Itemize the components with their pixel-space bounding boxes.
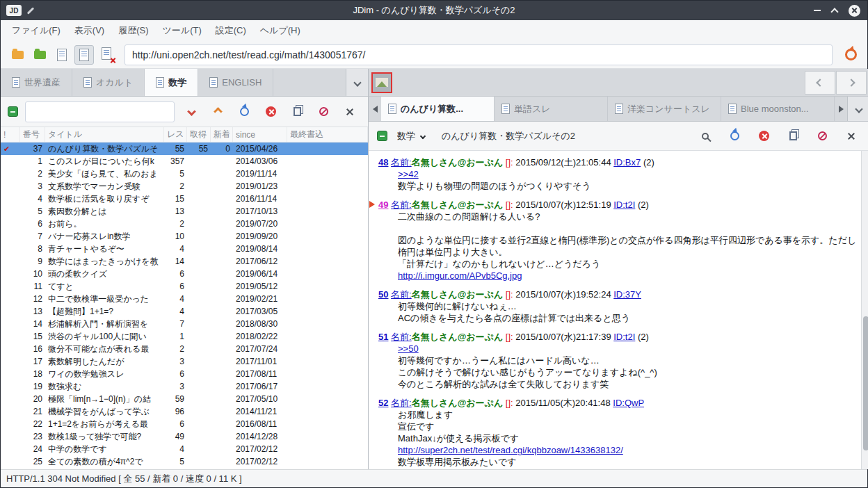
post-name-label[interactable]: 名前: — [391, 332, 412, 342]
reload-thread-button[interactable] — [725, 127, 744, 146]
thread-list-row[interactable]: 12中二で数検準一級受かった42019/02/21 — [1, 293, 368, 305]
image-tab[interactable] — [371, 72, 392, 93]
thread-list-row[interactable]: 19数強求む32017/06/17 — [1, 380, 368, 393]
column-header[interactable]: 最終書込 — [287, 127, 368, 142]
thread-list-row[interactable]: 16微分不可能な点が表れる最22017/07/24 — [1, 343, 368, 355]
board-select[interactable]: 数学 — [393, 127, 429, 145]
post-number-link[interactable]: 49 — [378, 200, 388, 210]
thread-list-row[interactable]: 18ワイの数学勉強スレ62017/08/11 — [1, 368, 368, 380]
close-tab-button[interactable] — [842, 127, 861, 146]
copy-button[interactable] — [287, 102, 307, 122]
thread-list-row[interactable]: 9数学にはまったきっかけを教142017/06/12 — [1, 255, 368, 268]
post-name-label[interactable]: 名前: — [391, 200, 412, 210]
thread-list-row[interactable]: 8青チャートやるぞ〜42019/08/14 — [1, 243, 368, 255]
reload-url-button[interactable] — [841, 45, 860, 65]
thread-list-row[interactable]: 11てすと62019/05/12 — [1, 280, 368, 293]
search-prev-button[interactable] — [208, 102, 227, 122]
thread-list-row[interactable]: 10頭の柔軟クイズ62019/06/14 — [1, 268, 368, 280]
post-name-label[interactable]: 名前: — [391, 289, 412, 300]
abone-button[interactable] — [812, 127, 832, 146]
thread-list-row[interactable]: 14杉浦解析入門・解析演習を72018/08/30 — [1, 318, 368, 330]
post-id-link[interactable]: ID:37Y — [613, 289, 641, 300]
maximize-icon[interactable] — [830, 8, 838, 15]
menu-item[interactable]: ツール(T) — [156, 22, 209, 40]
board-list-button[interactable] — [8, 45, 27, 65]
post-number-link[interactable]: 51 — [378, 332, 388, 342]
post-name-label[interactable]: 名前: — [391, 398, 412, 408]
thread-list-row[interactable]: 13【超難問】1+1=?42017/03/05 — [1, 305, 368, 318]
thread-list-row[interactable]: 5素因数分解とは132017/10/13 — [1, 205, 368, 218]
thread-list-row[interactable]: 15渋谷のギャル100人に聞い12018/02/22 — [1, 330, 368, 343]
favorites-button[interactable] — [30, 45, 49, 65]
thread-tab[interactable]: のんびり算数... — [381, 97, 495, 121]
thread-list-row[interactable]: 7バナー応募スレin数学102019/09/20 — [1, 230, 368, 243]
thread-list-row[interactable]: 21機械学習をがんばって学ぶ962014/11/21 — [1, 405, 368, 418]
menu-item[interactable]: 表示(V) — [67, 22, 111, 40]
thread-list-row[interactable]: ✔37のんびり算数・数学パズルそ555502015/04/26 — [1, 143, 368, 155]
copy-button[interactable] — [783, 127, 803, 146]
column-header[interactable]: 取得 — [187, 127, 211, 142]
post-link[interactable]: >>50 — [398, 343, 419, 354]
post-number-link[interactable]: 50 — [378, 289, 388, 300]
vertical-scrollbar[interactable] — [861, 151, 868, 469]
thread-list-row[interactable]: 1このスレが目についたら何k3572014/03/06 — [1, 155, 368, 168]
search-next-button[interactable] — [182, 102, 201, 122]
thread-list-row[interactable]: 3文系数学でマーカン受験22019/01/23 — [1, 180, 368, 193]
thread-list-row[interactable]: 17素数解明したんだが32017/11/01 — [1, 355, 368, 368]
post-link[interactable]: http://i.imgur.com/APvb5Cg.jpg — [398, 270, 522, 281]
thread-tab-dropdown-button[interactable] — [847, 97, 868, 121]
menu-item[interactable]: ファイル(F) — [5, 22, 67, 40]
thread-tab[interactable]: Blue moonston... — [721, 97, 835, 121]
thread-search-input[interactable] — [25, 101, 175, 122]
close-tab-button[interactable] — [340, 102, 360, 122]
column-header[interactable]: タイトル — [45, 127, 164, 142]
thread-list-row[interactable]: 6お前ら。22019/07/20 — [1, 218, 368, 230]
thread-list-row[interactable]: 4数学板に活気を取り戻すぞ152016/11/14 — [1, 193, 368, 205]
thread-tab[interactable]: 洋楽コンサートスレ — [608, 97, 721, 121]
post-link[interactable]: http://super2ch.net/test/read.cgi/kqbbzo… — [398, 445, 623, 455]
board-tab[interactable]: オカルト — [72, 69, 145, 96]
scroll-tabs-left-button[interactable] — [369, 97, 381, 121]
post-link[interactable]: >>42 — [398, 169, 419, 179]
stop-button[interactable] — [754, 127, 773, 146]
forward-button[interactable] — [836, 71, 867, 95]
post-id-link[interactable]: ID:Bx7 — [613, 157, 641, 168]
post-name-label[interactable]: 名前: — [391, 157, 412, 168]
thread-list-row[interactable]: 23数検1級って独学で可能?492014/12/28 — [1, 430, 368, 443]
post-id-link[interactable]: ID:QwP — [613, 398, 644, 408]
thread-list-row[interactable]: 221+1=2をお前らが考える最62016/08/11 — [1, 418, 368, 430]
thread-list-row[interactable]: 25全ての素数の積が4π^2で52017/02/12 — [1, 455, 368, 468]
board-tab[interactable]: ENGLISH — [198, 69, 273, 96]
close-icon[interactable] — [849, 5, 860, 17]
abone-button[interactable] — [314, 102, 333, 122]
column-header[interactable]: since — [233, 127, 287, 142]
board-tab[interactable]: 数学 — [145, 69, 198, 96]
column-header[interactable]: 新着 — [211, 127, 233, 142]
board-tab[interactable]: 世界遺産 — [1, 69, 72, 96]
reload-list-button[interactable] — [234, 102, 254, 122]
search-in-thread-button[interactable] — [696, 127, 715, 146]
scroll-tabs-right-button[interactable] — [835, 97, 847, 121]
url-input[interactable] — [124, 44, 833, 65]
scrollbar-thumb[interactable] — [863, 316, 868, 450]
post-id-link[interactable]: ID:t2I — [613, 200, 635, 210]
back-button[interactable] — [805, 71, 835, 95]
column-header[interactable]: レス — [164, 127, 187, 142]
image-view-button[interactable] — [97, 45, 116, 65]
menu-item[interactable]: ヘルプ(H) — [253, 22, 307, 40]
thread-tab[interactable]: 単語スレ — [495, 97, 608, 121]
post-number-link[interactable]: 48 — [378, 157, 388, 168]
menu-item[interactable]: 履歴(S) — [111, 22, 155, 40]
minimize-icon[interactable] — [814, 10, 821, 11]
thread-list-button[interactable] — [52, 45, 72, 65]
menu-item[interactable]: 設定(C) — [209, 22, 253, 40]
post-id-link[interactable]: ID:t2I — [613, 332, 635, 342]
column-header[interactable]: ! — [1, 127, 20, 142]
column-header[interactable]: 番号 — [20, 127, 45, 142]
thread-list-row[interactable]: 20極限「lim[n→1−0](n)」の結592017/05/10 — [1, 393, 368, 405]
thread-list-row[interactable]: 24中学の数学です42017/02/12 — [1, 443, 368, 455]
board-tab-dropdown-button[interactable] — [346, 69, 368, 96]
thread-view-button[interactable] — [74, 45, 94, 65]
stop-button[interactable] — [261, 102, 280, 122]
post-number-link[interactable]: 52 — [378, 398, 388, 408]
